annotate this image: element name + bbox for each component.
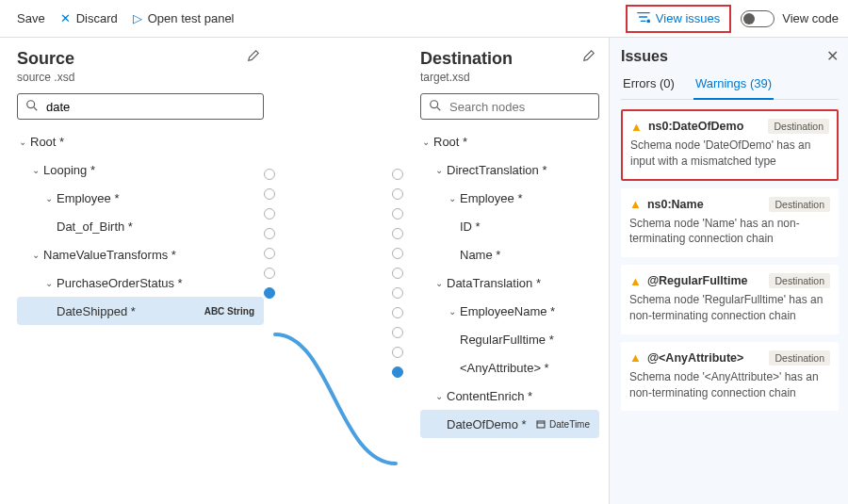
issue-card[interactable]: ▲@RegularFulltimeDestination Schema node… <box>621 265 839 334</box>
tree-node-looping[interactable]: ⌄Looping * <box>17 155 264 184</box>
source-ports <box>264 160 277 307</box>
view-issues-button[interactable]: View issues <box>626 5 731 33</box>
tab-warnings[interactable]: Warnings (39) <box>693 71 774 100</box>
view-code-toggle[interactable] <box>741 10 775 27</box>
tree-node-datatrans[interactable]: ⌄DataTranslation * <box>420 268 599 297</box>
open-test-panel-label: Open test panel <box>148 11 235 25</box>
tree-node-content[interactable]: ⌄ContentEnrich * <box>420 382 599 410</box>
tree-node-dateshipped[interactable]: DateShipped * ABC String <box>17 297 264 325</box>
tree-node-anyattr[interactable]: <AnyAttribute> * <box>420 353 599 382</box>
search-icon <box>25 99 39 115</box>
chevron-down-icon: ⌄ <box>433 278 445 288</box>
warning-icon: ▲ <box>629 350 642 365</box>
issue-desc: Schema node '<AnyAttribute>' has an non-… <box>629 369 830 401</box>
port[interactable] <box>392 287 403 299</box>
destination-subtitle: target.xsd <box>420 71 599 84</box>
svg-point-3 <box>431 100 438 107</box>
port[interactable] <box>392 307 403 318</box>
discard-icon: ✕ <box>60 11 71 25</box>
destination-tree: ⌄Root * ⌄DirectTranslation * ⌄Employee *… <box>420 127 599 438</box>
issue-card[interactable]: ▲ns0:DateOfDemoDestination Schema node '… <box>621 109 839 181</box>
warning-icon: ▲ <box>629 197 642 211</box>
destination-search[interactable] <box>420 93 599 120</box>
issue-desc: Schema node 'RegularFulltime' has an non… <box>629 292 830 324</box>
tree-node-dateofdemo[interactable]: DateOfDemo * DateTime <box>420 410 599 438</box>
tab-errors[interactable]: Errors (0) <box>621 71 677 99</box>
port[interactable] <box>264 169 275 180</box>
port[interactable] <box>392 228 403 239</box>
node-label: Looping * <box>43 163 95 177</box>
chevron-down-icon: ⌄ <box>30 165 41 175</box>
close-issues-button[interactable]: ✕ <box>826 47 839 65</box>
type-badge: ABC String <box>204 306 254 317</box>
port-connected[interactable] <box>392 366 403 378</box>
tree-node-pos[interactable]: ⌄PurchaseOrderStatus * <box>17 268 264 297</box>
port[interactable] <box>392 188 403 200</box>
port[interactable] <box>392 169 403 180</box>
tree-node-empname[interactable]: ⌄EmployeeName * <box>420 297 599 325</box>
issue-name: @<AnyAttribute> <box>647 351 764 365</box>
node-label: Dat_of_Birth * <box>57 219 133 234</box>
tree-node-regft[interactable]: RegularFulltime * <box>420 325 599 353</box>
port[interactable] <box>392 208 403 219</box>
node-label: DateShipped * <box>57 304 136 318</box>
issue-tag: Destination <box>769 350 830 366</box>
node-label: Employee * <box>460 191 522 205</box>
issue-desc: Schema node 'DateOfDemo' has an input wi… <box>630 138 829 170</box>
source-search-input[interactable] <box>44 99 255 115</box>
chevron-down-icon: ⌄ <box>43 278 55 288</box>
tree-node-name[interactable]: Name * <box>420 240 599 268</box>
tree-node-employee[interactable]: ⌄Employee * <box>17 184 264 212</box>
destination-search-input[interactable] <box>448 99 610 115</box>
open-test-panel-button[interactable]: ▷ Open test panel <box>125 5 242 33</box>
tree-node-dob[interactable]: Dat_of_Birth * <box>17 212 264 240</box>
issue-card[interactable]: ▲@<AnyAttribute>Destination Schema node … <box>621 342 839 412</box>
tree-node-employee[interactable]: ⌄Employee * <box>420 184 599 212</box>
discard-button[interactable]: ✕ Discard <box>53 5 125 33</box>
node-label: DirectTranslation * <box>447 163 546 177</box>
port[interactable] <box>264 228 275 239</box>
node-label: NameValueTransforms * <box>43 248 176 262</box>
port[interactable] <box>264 248 275 259</box>
port[interactable] <box>264 268 275 279</box>
tree-node-direct[interactable]: ⌄DirectTranslation * <box>420 155 599 184</box>
chevron-down-icon: ⌄ <box>447 306 458 317</box>
issue-tag: Destination <box>768 119 829 134</box>
port[interactable] <box>392 248 403 259</box>
issues-title: Issues <box>621 48 668 65</box>
connector-area <box>273 38 403 504</box>
issue-card[interactable]: ▲ns0:NameDestination Schema node 'Name' … <box>621 188 839 258</box>
svg-point-1 <box>27 100 35 107</box>
issue-tag: Destination <box>769 197 830 212</box>
source-pane: Source source .xsd ⌄Root * ⌄Looping * ⌄E… <box>0 38 273 504</box>
edit-source-icon[interactable] <box>247 49 260 65</box>
port[interactable] <box>264 188 275 200</box>
source-tree: ⌄Root * ⌄Looping * ⌄Employee * Dat_of_Bi… <box>17 127 264 325</box>
port[interactable] <box>392 327 403 338</box>
tree-node-id[interactable]: ID * <box>420 212 599 240</box>
node-label: ID * <box>460 219 481 234</box>
svg-line-2 <box>34 106 37 109</box>
node-label: DateOfDemo * <box>447 417 527 431</box>
node-label: Name * <box>460 248 500 262</box>
port-connected[interactable] <box>264 287 275 299</box>
toolbar: Save ✕ Discard ▷ Open test panel View is… <box>0 0 848 38</box>
port[interactable] <box>392 347 403 358</box>
source-search[interactable] <box>17 93 264 120</box>
issue-name: ns0:Name <box>647 198 764 211</box>
tree-node-nvt[interactable]: ⌄NameValueTransforms * <box>17 240 264 268</box>
tree-node-root[interactable]: ⌄Root * <box>17 127 264 155</box>
node-label: DataTranslation * <box>447 276 541 290</box>
port[interactable] <box>392 268 403 279</box>
warning-icon: ▲ <box>629 274 642 288</box>
tree-node-root[interactable]: ⌄Root * <box>420 127 599 155</box>
node-label: EmployeeName * <box>460 304 555 318</box>
view-code-label: View code <box>782 11 839 25</box>
save-button[interactable]: Save <box>9 5 53 33</box>
source-title: Source <box>17 49 264 69</box>
discard-label: Discard <box>76 11 118 25</box>
search-icon <box>429 99 442 115</box>
destination-pane: Destination target.xsd ⌄Root * ⌄DirectTr… <box>403 38 609 504</box>
edit-destination-icon[interactable] <box>582 49 595 65</box>
port[interactable] <box>264 208 275 219</box>
